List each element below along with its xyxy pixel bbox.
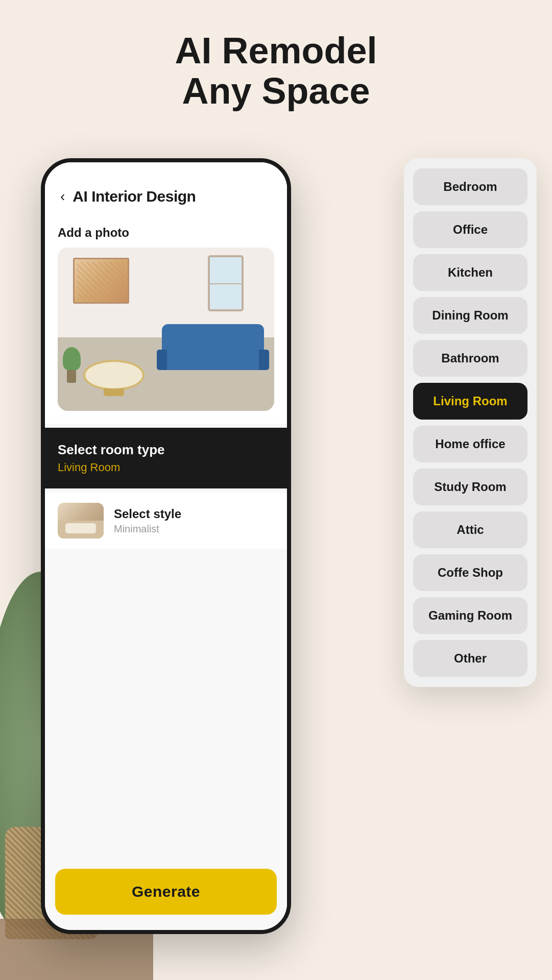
style-thumbnail	[58, 503, 104, 538]
page-title: AI Remodel Any Space	[0, 31, 552, 111]
room-option-home-office[interactable]: Home office	[413, 426, 527, 462]
room-artwork	[73, 258, 129, 304]
add-photo-label: Add a photo	[58, 226, 274, 240]
phone-inner: ‹ AI Interior Design Add a photo	[45, 162, 287, 930]
page-title-section: AI Remodel Any Space	[0, 31, 552, 111]
generate-section: Generate	[55, 869, 277, 915]
room-option-living-room[interactable]: Living Room	[413, 383, 527, 420]
room-option-bedroom[interactable]: Bedroom	[413, 168, 527, 205]
room-option-office[interactable]: Office	[413, 211, 527, 248]
style-info: Select style Minimalist	[114, 507, 274, 535]
room-option-coffe-shop[interactable]: Coffe Shop	[413, 554, 527, 591]
select-room-value: Living Room	[58, 461, 274, 474]
style-value: Minimalist	[114, 523, 274, 535]
room-option-dining-room[interactable]: Dining Room	[413, 297, 527, 334]
room-illustration	[58, 248, 274, 411]
room-table	[83, 360, 145, 390]
select-style-section[interactable]: Select style Minimalist	[45, 493, 287, 549]
room-option-study-room[interactable]: Study Room	[413, 469, 527, 505]
add-photo-section: Add a photo	[45, 215, 287, 424]
room-window	[208, 255, 244, 311]
room-option-kitchen[interactable]: Kitchen	[413, 254, 527, 291]
room-option-gaming-room[interactable]: Gaming Room	[413, 597, 527, 634]
room-option-bathroom[interactable]: Bathroom	[413, 340, 527, 377]
photo-preview[interactable]	[58, 248, 274, 411]
room-plant	[63, 347, 81, 383]
room-type-dropdown: BedroomOfficeKitchenDining RoomBathroomL…	[404, 158, 537, 687]
phone-header: ‹ AI Interior Design	[45, 162, 287, 215]
phone-frame: ‹ AI Interior Design Add a photo	[41, 158, 291, 934]
phone-mockup: ‹ AI Interior Design Add a photo	[41, 158, 291, 934]
back-arrow-icon[interactable]: ‹	[60, 188, 65, 205]
room-sofa	[162, 324, 264, 370]
style-title: Select style	[114, 507, 274, 521]
room-option-attic[interactable]: Attic	[413, 511, 527, 548]
select-room-title: Select room type	[58, 442, 274, 458]
generate-button[interactable]: Generate	[55, 869, 277, 915]
room-option-other[interactable]: Other	[413, 640, 527, 677]
phone-screen-title: AI Interior Design	[73, 188, 196, 205]
select-room-section[interactable]: Select room type Living Room	[45, 428, 287, 488]
